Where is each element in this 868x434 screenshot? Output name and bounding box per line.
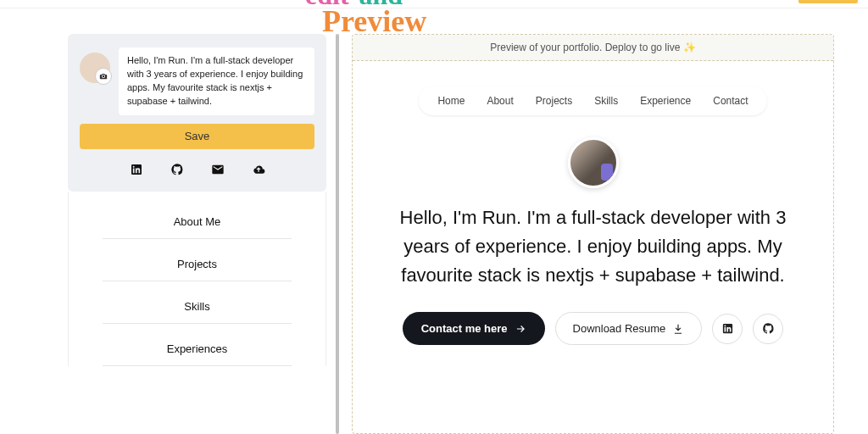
nav-experience[interactable]: Experience	[640, 95, 691, 107]
preview-banner: Preview of your portfolio. Deploy to go …	[353, 35, 833, 61]
github-link[interactable]	[753, 314, 783, 344]
email-icon[interactable]	[211, 163, 225, 176]
hero-intro-text: Hello, I'm Run. I'm a full-stack develop…	[387, 203, 799, 290]
bio-input[interactable]: Hello, I'm Run. I'm a full-stack develop…	[119, 47, 314, 115]
linkedin-link[interactable]	[712, 314, 743, 344]
cloud-upload-icon[interactable]	[252, 163, 265, 176]
github-icon[interactable]	[170, 163, 184, 176]
section-experiences[interactable]: Experiences	[103, 324, 292, 366]
hero-avatar	[568, 137, 619, 188]
nav-contact[interactable]: Contact	[713, 95, 748, 107]
section-about[interactable]: About Me	[103, 192, 292, 239]
github-icon	[762, 322, 775, 335]
preview-nav: Home About Projects Skills Experience Co…	[419, 86, 766, 115]
nav-about[interactable]: About	[487, 95, 513, 107]
nav-projects[interactable]: Projects	[536, 95, 572, 107]
editor-panel: Hello, I'm Run. I'm a full-stack develop…	[68, 34, 326, 434]
download-resume-button[interactable]: Download Resume	[555, 312, 703, 345]
section-list: About Me Projects Skills Experiences	[68, 192, 326, 366]
section-skills[interactable]: Skills	[103, 281, 292, 324]
nav-skills[interactable]: Skills	[594, 95, 618, 107]
linkedin-icon[interactable]	[130, 163, 143, 176]
nav-home[interactable]: Home	[437, 95, 465, 107]
save-button[interactable]: Save	[80, 124, 314, 149]
download-icon	[672, 323, 684, 335]
contact-button[interactable]: Contact me here	[403, 312, 545, 345]
arrow-right-icon	[515, 323, 526, 335]
linkedin-icon	[721, 322, 734, 335]
avatar-upload[interactable]	[80, 53, 110, 83]
camera-icon	[97, 70, 109, 82]
section-projects[interactable]: Projects	[103, 239, 292, 281]
preview-panel: Preview of your portfolio. Deploy to go …	[352, 34, 834, 434]
